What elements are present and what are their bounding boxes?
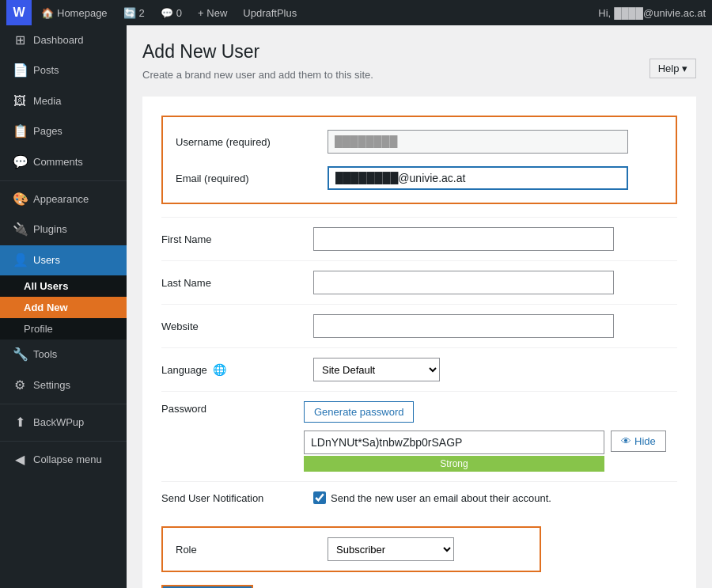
- comments-nav-icon: 💬: [13, 154, 27, 171]
- sidebar-item-label: Appearance: [33, 192, 89, 207]
- wp-logo[interactable]: W: [6, 0, 32, 25]
- admin-bar-home[interactable]: 🏠 Homepage: [35, 0, 114, 25]
- sidebar-item-label: Settings: [33, 378, 70, 393]
- notification-label: Send User Notification: [161, 492, 304, 504]
- sidebar-item-label: Posts: [33, 63, 59, 78]
- sidebar-item-dashboard[interactable]: ⊞ Dashboard: [0, 25, 127, 55]
- media-icon: 🖼: [13, 93, 27, 110]
- sidebar-item-backwpup[interactable]: ⬆ BackWPup: [0, 408, 127, 438]
- sidebar-item-tools[interactable]: 🔧 Tools: [0, 340, 127, 370]
- password-section: Password Generate password Strong 👁 Hide: [161, 391, 677, 481]
- sidebar-sub-add-new[interactable]: Add New: [0, 297, 127, 318]
- language-label: Language 🌐: [161, 363, 304, 376]
- email-input[interactable]: [328, 166, 628, 190]
- admin-bar-right: Hi, ████@univie.ac.at: [598, 7, 706, 19]
- website-input[interactable]: [313, 314, 614, 338]
- notification-text: Send the new user an email about their a…: [331, 492, 551, 504]
- firstname-input[interactable]: [313, 227, 614, 251]
- sidebar-item-users[interactable]: 👤 Users: [0, 245, 127, 275]
- language-row: Language 🌐 Site Default English (US) Deu…: [161, 347, 677, 391]
- admin-user-email[interactable]: ████@univie.ac.at: [614, 7, 706, 19]
- sidebar-item-collapse[interactable]: ◀ Collapse menu: [0, 445, 127, 475]
- plugins-icon: 🔌: [13, 221, 27, 238]
- sidebar-item-label: Dashboard: [33, 33, 84, 47]
- form-container: Username (required) Email (required) Fir…: [142, 97, 696, 588]
- appearance-icon: 🎨: [13, 191, 27, 208]
- sidebar-item-label: Comments: [33, 155, 83, 169]
- posts-icon: 📄: [13, 62, 27, 79]
- admin-bar-plugin[interactable]: UpdraftPlus: [237, 0, 303, 25]
- generate-password-button[interactable]: Generate password: [304, 401, 414, 423]
- password-strength: Strong: [304, 456, 604, 472]
- sidebar-item-appearance[interactable]: 🎨 Appearance: [0, 184, 127, 214]
- username-input[interactable]: [328, 130, 628, 154]
- home-icon: 🏠: [41, 7, 54, 19]
- sidebar-sub-all-users[interactable]: All Users: [0, 275, 127, 297]
- language-icon: 🌐: [213, 363, 226, 376]
- sidebar-item-label: Media: [33, 94, 61, 108]
- sidebar-item-pages[interactable]: 📋 Pages: [0, 116, 127, 146]
- sidebar-item-label: Pages: [33, 124, 62, 138]
- admin-bar-updates[interactable]: 🔄 2: [117, 0, 151, 25]
- lastname-input[interactable]: [313, 271, 614, 294]
- lastname-row: Last Name: [161, 260, 677, 304]
- sidebar-item-posts[interactable]: 📄 Posts: [0, 55, 127, 85]
- firstname-row: First Name: [161, 217, 677, 260]
- password-wrap: Strong: [304, 431, 604, 472]
- hide-password-button[interactable]: 👁 Hide: [611, 431, 666, 452]
- sidebar-item-label: Collapse menu: [33, 453, 102, 467]
- required-fields-section: Username (required) Email (required): [161, 116, 677, 204]
- role-section: Role Subscriber Contributor Author Edito…: [161, 526, 541, 572]
- sidebar-item-label: Users: [33, 253, 60, 267]
- sidebar-item-plugins[interactable]: 🔌 Plugins: [0, 214, 127, 245]
- lastname-label: Last Name: [161, 277, 304, 289]
- admin-bar: W 🏠 Homepage 🔄 2 💬 0 + New UpdraftPlus H…: [0, 0, 712, 25]
- dashboard-icon: ⊞: [13, 32, 27, 49]
- comments-icon: 💬: [161, 7, 173, 19]
- add-new-user-button[interactable]: Add New User: [161, 585, 253, 588]
- sidebar-item-comments[interactable]: 💬 Comments: [0, 147, 127, 177]
- help-button[interactable]: Help ▾: [650, 59, 696, 78]
- layout: ⊞ Dashboard 📄 Posts 🖼 Media 📋 Pages 💬 Co…: [0, 25, 712, 588]
- language-select[interactable]: Site Default English (US) Deutsch: [313, 358, 440, 381]
- website-label: Website: [161, 321, 304, 332]
- role-label: Role: [176, 544, 318, 556]
- role-select[interactable]: Subscriber Contributor Author Editor Adm…: [328, 537, 454, 561]
- main-content: Help ▾ Add New User Create a brand new u…: [127, 25, 712, 588]
- pages-icon: 📋: [13, 123, 27, 140]
- eye-icon: 👁: [621, 435, 631, 447]
- sidebar-item-label: Tools: [33, 347, 57, 362]
- username-row: Username (required): [176, 130, 663, 154]
- sidebar-item-settings[interactable]: ⚙ Settings: [0, 370, 127, 400]
- admin-bar-new[interactable]: + New: [191, 0, 233, 25]
- page-subtitle: Create a brand new user and add them to …: [142, 69, 696, 81]
- sidebar-item-media[interactable]: 🖼 Media: [0, 86, 127, 116]
- password-right: Generate password Strong 👁 Hide: [304, 401, 677, 472]
- sidebar-sub-profile[interactable]: Profile: [0, 318, 127, 340]
- username-label: Username (required): [176, 136, 318, 148]
- backwpup-icon: ⬆: [13, 414, 27, 431]
- sidebar-item-label: BackWPup: [33, 415, 84, 430]
- updates-icon: 🔄: [123, 7, 136, 19]
- password-label: Password: [161, 401, 304, 415]
- password-input[interactable]: [304, 431, 604, 454]
- settings-icon: ⚙: [13, 377, 27, 394]
- admin-bar-comments[interactable]: 💬 0: [154, 0, 188, 25]
- email-label: Email (required): [176, 173, 318, 184]
- password-field-wrap: Strong 👁 Hide: [304, 431, 677, 472]
- sidebar-menu: ⊞ Dashboard 📄 Posts 🖼 Media 📋 Pages 💬 Co…: [0, 25, 127, 476]
- users-submenu: All Users Add New Profile: [0, 275, 127, 340]
- firstname-label: First Name: [161, 233, 304, 245]
- website-row: Website: [161, 304, 677, 347]
- users-icon: 👤: [13, 252, 27, 269]
- notification-checkbox-wrap: Send the new user an email about their a…: [313, 491, 551, 504]
- email-row: Email (required): [176, 166, 663, 190]
- page-title: Add New User: [142, 41, 696, 63]
- sidebar: ⊞ Dashboard 📄 Posts 🖼 Media 📋 Pages 💬 Co…: [0, 25, 127, 588]
- sidebar-item-label: Plugins: [33, 222, 67, 237]
- notification-checkbox[interactable]: [313, 491, 326, 504]
- notification-row: Send User Notification Send the new user…: [161, 481, 677, 514]
- tools-icon: 🔧: [13, 346, 27, 363]
- collapse-icon: ◀: [13, 451, 27, 469]
